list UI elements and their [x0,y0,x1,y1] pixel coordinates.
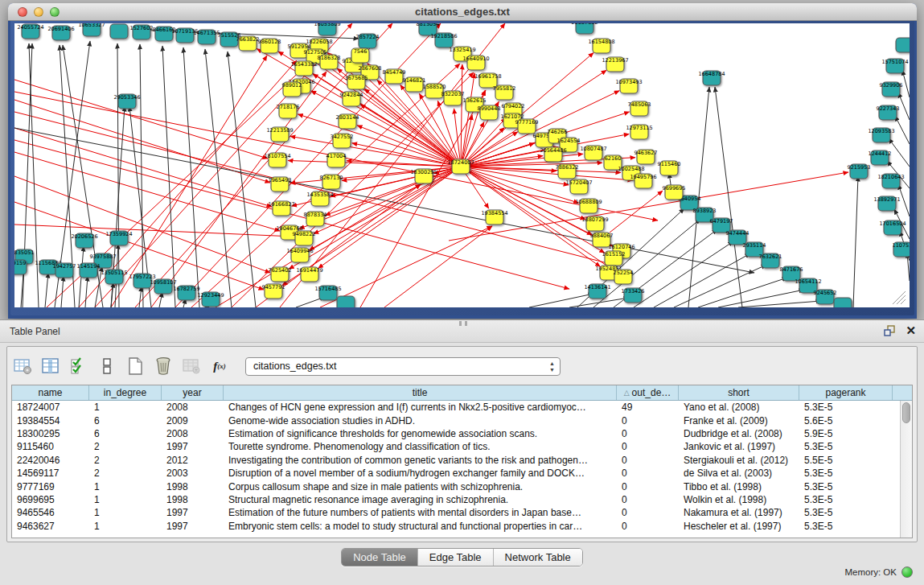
graph-node[interactable] [337,296,355,307]
graph-node[interactable]: 9860128 [258,39,281,53]
graph-node[interactable]: 8322037 [441,91,465,105]
table-vertical-scrollbar[interactable] [900,401,912,538]
graph-edge[interactable] [205,49,232,307]
table-row[interactable]: 1872400712008Changes of HCN gene express… [12,401,900,414]
table-cell-title[interactable]: Corpus callosum shape and size in male p… [224,481,617,492]
graph-node[interactable]: 12973115 [626,125,652,139]
scrollbar-thumb[interactable] [902,402,910,423]
table-cell-short[interactable]: Tibbo et al. (1998) [679,481,799,492]
graph-node[interactable]: 10688809 [575,199,602,213]
graph-node[interactable]: 8878334 [304,212,327,226]
function-builder-icon[interactable]: f(x) [209,356,230,377]
table-cell-pagerank[interactable]: 5.6E-5 [799,415,893,426]
graph-edge[interactable] [111,56,267,307]
graph-node[interactable]: 19166827 [268,201,294,216]
table-cell-out_de[interactable]: 0 [617,441,679,452]
graph-node[interactable]: 12213967 [602,57,628,72]
graph-node[interactable]: 19384554 [481,210,507,225]
table-cell-in_degree[interactable]: 6 [89,428,162,439]
table-cell-name[interactable]: 9463627 [12,521,89,532]
graph-node[interactable]: 9777169 [515,119,539,134]
table-cell-pagerank[interactable]: 5.5E-5 [799,455,893,466]
graph-node[interactable]: 7485063 [628,101,651,116]
table-cell-year[interactable]: 1997 [162,507,224,518]
table-cell-out_de[interactable]: 0 [617,455,679,466]
table-cell-pagerank[interactable]: 5.3E-5 [799,468,893,479]
table-cell-short[interactable]: Yano et al. (2008) [679,402,799,413]
table-cell-in_degree[interactable]: 1 [89,402,162,413]
graph-node[interactable]: 14671355 [193,30,220,44]
graph-node[interactable]: 10807487 [580,146,606,160]
graph-node[interactable]: 8990448 [478,105,501,120]
graph-edge[interactable] [298,114,461,167]
graph-edge[interactable] [898,93,910,120]
graph-node[interactable]: 1615152 [602,251,626,266]
table-cell-out_de[interactable]: 0 [617,481,679,492]
graph-node[interactable]: 13505115 [101,270,127,284]
tab-node-table[interactable]: Node Table [342,549,418,566]
graph-node[interactable]: 7632621 [759,253,782,268]
table-cell-title[interactable]: Disruption of a novel member of a sodium… [224,468,617,479]
table-cell-year[interactable]: 1998 [162,494,224,505]
graph-node[interactable]: 9115460 [658,161,681,175]
tab-network-table[interactable]: Network Table [494,549,582,566]
table-cell-title[interactable]: Changes of HCN gene expression and I(f) … [224,402,617,413]
table-cell-year[interactable]: 1997 [162,441,224,452]
column-header-year[interactable]: year [162,385,224,400]
graph-edge[interactable] [139,286,142,307]
table-cell-in_degree[interactable]: 1 [89,481,162,492]
table-cell-out_de[interactable]: 0 [617,494,679,505]
table-cell-in_degree[interactable]: 1 [89,521,162,532]
table-cell-short[interactable]: Nakamura et al. (1997) [679,507,799,518]
graph-edge[interactable] [853,176,858,307]
graph-node[interactable]: 417004 [326,153,347,167]
table-row[interactable]: 2242004622012Investigating the contribut… [12,454,900,467]
graph-node[interactable]: 1733426 [622,288,645,303]
table-cell-year[interactable]: 2003 [162,468,224,479]
graph-node[interactable]: 19495796 [630,174,656,188]
graph-node[interactable]: 989012 [282,82,302,97]
table-cell-pagerank[interactable]: 5.9E-5 [799,428,893,439]
graph-node[interactable]: 12213589 [266,127,293,142]
graph-edge[interactable] [634,241,733,307]
table-cell-in_degree[interactable]: 2 [89,441,162,452]
graph-node[interactable]: 17359924 [105,231,132,245]
table-row[interactable]: 1456911722003Disruption of a novel membe… [12,467,900,480]
table-cell-in_degree[interactable]: 2 [89,468,162,479]
table-cell-year[interactable]: 2012 [162,455,224,466]
graph-node[interactable]: 1145194 [77,263,101,278]
graph-edge[interactable] [85,276,88,307]
graph-edge[interactable] [117,43,119,307]
graph-node[interactable]: 39159 [14,260,27,274]
table-cell-name[interactable]: 22420046 [12,455,89,466]
graph-node[interactable]: 9329906 [880,82,903,97]
graph-edge[interactable] [902,70,910,97]
graph-node[interactable]: 13892971 [873,196,900,211]
table-cell-title[interactable]: Genome-wide association studies in ADHD. [224,415,617,426]
table-cell-short[interactable]: Hescheler et al. (1997) [679,521,799,532]
column-header-pagerank[interactable]: pagerank [799,385,893,400]
graph-node[interactable] [896,38,910,52]
column-header-name[interactable]: name [12,385,89,400]
graph-edge[interactable] [718,290,804,307]
graph-node[interactable] [110,24,128,39]
graph-node[interactable]: 16648784 [698,71,725,85]
float-panel-icon[interactable] [884,325,896,337]
table-cell-title[interactable]: Estimation of the future numbers of pati… [224,507,617,518]
table-select-dropdown[interactable]: citations_edges.txt ▲▼ [245,357,561,376]
close-panel-icon[interactable]: ✕ [906,324,916,337]
table-cell-pagerank[interactable]: 5.3E-5 [799,494,893,505]
table-cell-short[interactable]: Jankovic et al. (1997) [679,441,799,452]
new-column-icon[interactable] [125,356,146,377]
graph-node[interactable]: 7663822 [236,36,260,51]
table-cell-name[interactable]: 9777169 [12,481,89,492]
graph-edge[interactable] [14,225,294,237]
graph-node[interactable]: 19218586 [430,33,457,47]
table-cell-year[interactable]: 1997 [162,521,224,532]
graph-node[interactable]: 7546 [351,48,369,63]
table-cell-out_de[interactable]: 0 [617,428,679,439]
table-row[interactable]: 911546021997Tourette syndrome. Phenomeno… [12,440,900,453]
table-cell-pagerank[interactable]: 5.3E-5 [799,441,893,452]
table-row[interactable]: 977716911998Corpus callosum shape and si… [12,480,900,492]
table-cell-out_de[interactable]: 0 [617,468,679,479]
